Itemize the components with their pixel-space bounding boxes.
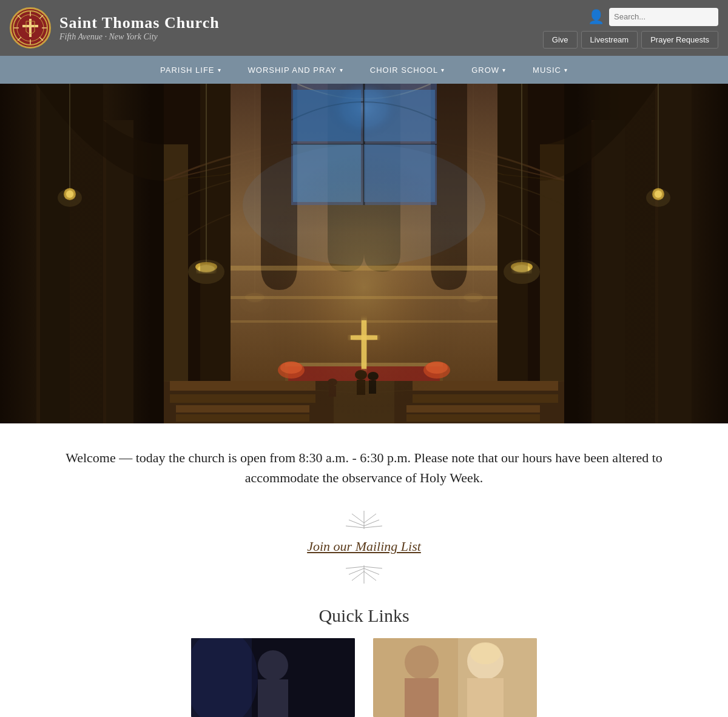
svg-rect-11 [22, 25, 38, 27]
nav-label-worship: WORSHIP AND PRAY [248, 66, 337, 75]
top-right: 👤 🔍 Give Livestream Prayer Requests [543, 8, 718, 49]
nav-item-music[interactable]: MUSIC ▾ [519, 56, 581, 84]
welcome-text: Welcome — today the church is open from … [61, 448, 667, 488]
nav-item-grow[interactable]: GROW ▾ [458, 56, 519, 84]
svg-point-128 [405, 645, 439, 679]
svg-line-119 [346, 567, 364, 568]
user-icon: 👤 [588, 9, 604, 25]
search-box: 🔍 [609, 8, 718, 26]
quick-links-title: Quick Links [36, 605, 692, 626]
card-2-image [373, 638, 537, 717]
mailing-list-link[interactable]: Join our Mailing List [0, 539, 728, 554]
worship-dropdown-arrow: ▾ [340, 67, 343, 73]
parish-life-dropdown-arrow: ▾ [218, 67, 221, 73]
church-crest [10, 7, 51, 49]
svg-line-120 [364, 567, 382, 568]
quick-link-card-1[interactable] [191, 638, 355, 717]
nav-label-parish-life: PARISH LIFE [160, 66, 215, 75]
nav-item-parish-life[interactable]: PARISH LIFE ▾ [147, 56, 235, 84]
ornament-svg-top [346, 511, 382, 529]
give-button[interactable]: Give [543, 31, 578, 49]
nav-label-music: MUSIC [533, 66, 561, 75]
card-1-image [191, 638, 355, 717]
top-bar: Saint Thomas Church Fifth Avenue · New Y… [0, 0, 728, 56]
svg-point-102 [646, 189, 670, 207]
hero-image [0, 84, 728, 423]
choir-school-dropdown-arrow: ▾ [441, 67, 445, 73]
church-name: Saint Thomas Church [59, 14, 220, 32]
music-dropdown-arrow: ▾ [564, 67, 568, 73]
grow-dropdown-arrow: ▾ [502, 67, 506, 73]
quick-link-card-2[interactable] [373, 638, 537, 717]
ornament-top [0, 511, 728, 533]
svg-rect-124 [258, 679, 288, 717]
cathedral-svg [0, 84, 728, 423]
svg-point-98 [58, 189, 82, 207]
svg-line-111 [364, 520, 379, 526]
action-buttons: Give Livestream Prayer Requests [543, 31, 718, 49]
welcome-section: Welcome — today the church is open from … [0, 423, 728, 500]
svg-rect-93 [0, 84, 164, 423]
svg-point-123 [258, 650, 288, 681]
livestream-button[interactable]: Livestream [581, 31, 638, 49]
svg-line-117 [349, 568, 364, 574]
svg-rect-94 [564, 84, 728, 423]
svg-line-118 [364, 568, 379, 574]
quick-links-row [36, 638, 692, 717]
svg-line-110 [349, 520, 364, 526]
crest-svg [13, 10, 48, 45]
prayer-requests-button[interactable]: Prayer Requests [641, 31, 718, 49]
ornament-svg-bottom [346, 565, 382, 584]
search-input[interactable] [609, 10, 718, 24]
nav-item-choir-school[interactable]: CHOIR SCHOOL ▾ [357, 56, 458, 84]
svg-point-126 [191, 638, 258, 717]
quick-links-section: Quick Links [0, 593, 728, 717]
svg-rect-133 [458, 638, 537, 717]
svg-rect-129 [405, 678, 439, 717]
nav-label-choir-school: CHOIR SCHOOL [370, 66, 438, 75]
crest-inner [12, 9, 49, 47]
svg-point-106 [426, 362, 448, 374]
church-subtitle: Fifth Avenue · New York City [59, 32, 220, 42]
logo-area: Saint Thomas Church Fifth Avenue · New Y… [10, 7, 220, 49]
svg-rect-92 [231, 84, 497, 423]
svg-point-104 [280, 362, 302, 374]
nav-item-worship[interactable]: WORSHIP AND PRAY ▾ [235, 56, 357, 84]
church-name-block: Saint Thomas Church Fifth Avenue · New Y… [59, 14, 220, 42]
search-row: 👤 🔍 [588, 8, 718, 26]
svg-line-112 [346, 526, 364, 528]
ornament-bottom [0, 565, 728, 587]
nav-label-grow: GROW [471, 66, 499, 75]
nav-bar: PARISH LIFE ▾ WORSHIP AND PRAY ▾ CHOIR S… [0, 56, 728, 84]
svg-line-113 [364, 526, 382, 528]
